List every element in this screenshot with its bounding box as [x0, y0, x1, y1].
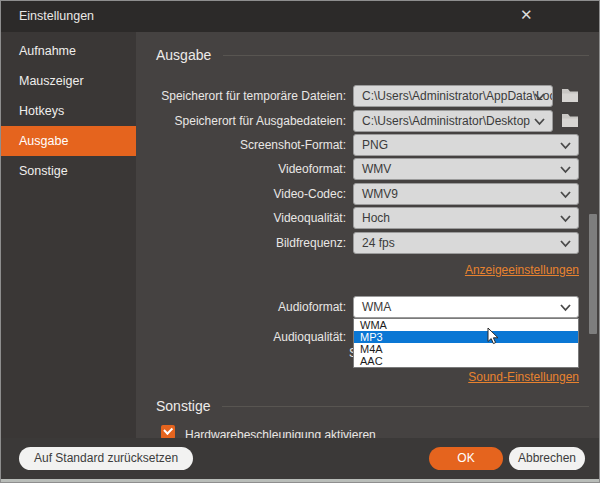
temp-files-value: C:\Users\Administrator\AppData\Loca [362, 89, 553, 103]
chevron-down-icon [560, 304, 571, 312]
chevron-down-icon [560, 191, 571, 199]
sidebar-item-hotkeys[interactable]: Hotkeys [1, 96, 136, 126]
chevron-down-icon [560, 142, 571, 150]
sidebar: Aufnahme Mauszeiger Hotkeys Ausgabe Sons… [1, 32, 136, 438]
settings-content: Ausgabe Speicherort für temporäre Dateie… [136, 32, 600, 438]
frame-rate-label: Bildfrequenz: [136, 236, 346, 250]
sidebar-item-sonstige[interactable]: Sonstige [1, 156, 136, 186]
hardware-acceleration-checkbox[interactable] [161, 425, 175, 438]
settings-dialog: Einstellungen ✕ Aufnahme Mauszeiger Hotk… [0, 0, 600, 483]
cancel-button[interactable]: Abbrechen [509, 447, 585, 470]
video-format-select[interactable]: WMV [353, 158, 579, 180]
chevron-down-icon [560, 240, 571, 248]
video-format-row: Videoformat: WMV [136, 158, 600, 180]
hardware-acceleration-label: Hardwarebeschleunigung aktivieren [185, 428, 376, 438]
video-codec-label: Video-Codec: [136, 187, 346, 201]
video-quality-label: Videoqualität: [136, 211, 346, 225]
screenshot-format-label: Screenshot-Format: [136, 138, 346, 152]
output-section-title: Ausgabe [156, 47, 211, 63]
output-files-row: Speicherort für Ausgabedateien: C:\Users… [136, 110, 600, 132]
other-section-title: Sonstige [156, 398, 210, 414]
video-codec-select[interactable]: WMV9 [353, 183, 579, 205]
screenshot-format-select[interactable]: PNG [353, 134, 579, 156]
sidebar-item-ausgabe[interactable]: Ausgabe [1, 126, 136, 156]
sidebar-item-aufnahme[interactable]: Aufnahme [1, 36, 136, 66]
frame-rate-select[interactable]: 24 fps [353, 232, 579, 254]
audio-quality-label: Audioqualität: [136, 330, 346, 344]
ok-button[interactable]: OK [429, 447, 503, 470]
vertical-scrollbar-thumb[interactable] [589, 214, 597, 334]
audio-format-select[interactable]: WMA [353, 296, 579, 318]
dropdown-option-aac[interactable]: AAC [354, 355, 578, 367]
sidebar-item-mauszeiger[interactable]: Mauszeiger [1, 66, 136, 96]
section-divider [222, 406, 589, 407]
chevron-down-icon [560, 166, 571, 174]
mouse-cursor-icon [487, 327, 500, 346]
temp-files-label: Speicherort für temporäre Dateien: [136, 89, 346, 103]
audio-format-label: Audioformat: [136, 300, 346, 314]
section-divider [223, 55, 589, 56]
dropdown-option-mp3[interactable]: MP3 [354, 331, 578, 343]
output-files-select[interactable]: C:\Users\Administrator\Desktop [353, 110, 553, 132]
video-codec-row: Video-Codec: WMV9 [136, 183, 600, 205]
output-files-value: C:\Users\Administrator\Desktop [362, 114, 530, 128]
audio-format-dropdown-list: WMA MP3 M4A AAC [353, 318, 579, 368]
reset-defaults-button[interactable]: Auf Standard zurücksetzen [19, 447, 193, 470]
browse-folder-icon[interactable] [561, 88, 579, 103]
video-format-label: Videoformat: [136, 162, 346, 176]
screenshot-format-value: PNG [362, 138, 388, 152]
dropdown-option-wma[interactable]: WMA [354, 319, 578, 331]
footer-bar: Auf Standard zurücksetzen OK Abbrechen [1, 438, 599, 479]
video-codec-value: WMV9 [362, 187, 398, 201]
sound-settings-link[interactable]: Sound-Einstellungen [468, 370, 579, 384]
audio-format-value: WMA [362, 300, 391, 314]
video-quality-select[interactable]: Hoch [353, 207, 579, 229]
chevron-down-icon [560, 215, 571, 223]
window-bottom-edge [1, 479, 599, 483]
screenshot-format-row: Screenshot-Format: PNG [136, 134, 600, 156]
other-section-header: Sonstige [156, 398, 589, 414]
audio-format-row: Audioformat: WMA [136, 296, 600, 318]
video-quality-row: Videoqualität: Hoch [136, 207, 600, 229]
video-quality-value: Hoch [362, 211, 390, 225]
temp-files-select[interactable]: C:\Users\Administrator\AppData\Loca [353, 85, 553, 107]
frame-rate-row: Bildfrequenz: 24 fps [136, 232, 600, 254]
dialog-title: Einstellungen [19, 9, 94, 23]
title-bar: Einstellungen ✕ [1, 1, 599, 32]
display-settings-link[interactable]: Anzeigeeinstellungen [465, 263, 579, 277]
output-section-header: Ausgabe [156, 47, 589, 63]
dropdown-option-m4a[interactable]: M4A [354, 343, 578, 355]
browse-folder-icon[interactable] [561, 113, 579, 128]
temp-files-row: Speicherort für temporäre Dateien: C:\Us… [136, 85, 600, 107]
chevron-down-icon [534, 118, 545, 126]
chevron-down-icon [534, 93, 545, 101]
frame-rate-value: 24 fps [362, 236, 395, 250]
close-icon[interactable]: ✕ [520, 7, 533, 22]
video-format-value: WMV [362, 162, 391, 176]
output-files-label: Speicherort für Ausgabedateien: [136, 114, 346, 128]
